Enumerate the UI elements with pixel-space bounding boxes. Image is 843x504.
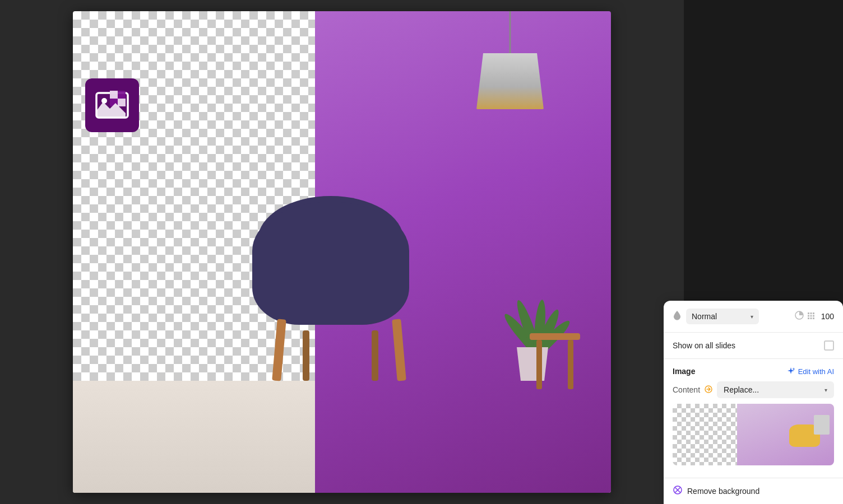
logo-icon (85, 78, 139, 132)
blend-mode-dropdown[interactable]: Normal ▾ (686, 309, 759, 324)
svg-rect-14 (813, 318, 814, 319)
edit-with-ai-label: Edit with AI (798, 367, 834, 376)
ai-sparkle-icon (786, 367, 795, 376)
show-all-slides-checkbox[interactable] (824, 340, 834, 351)
svg-point-1 (101, 98, 107, 104)
edit-with-ai-button[interactable]: Edit with AI (786, 367, 834, 376)
chair-leg (392, 319, 406, 381)
thumbnail-checker (673, 404, 745, 465)
table-leg (568, 340, 573, 389)
show-all-slides-label: Show on all slides (673, 341, 824, 350)
thumbnail-room (737, 404, 834, 465)
svg-rect-11 (813, 315, 814, 316)
content-link-icon (705, 385, 712, 395)
slide-container (73, 11, 611, 493)
remove-bg-icon (673, 485, 683, 497)
image-section: Image Edit with AI Content (664, 359, 843, 478)
chair-leg (303, 330, 309, 381)
svg-rect-9 (808, 315, 809, 316)
show-all-slides-row[interactable]: Show on all slides (664, 333, 843, 359)
blend-mode-label: Normal (692, 312, 717, 321)
chevron-down-icon: ▾ (751, 314, 753, 320)
svg-rect-4 (118, 99, 126, 106)
properties-panel: Normal ▾ (664, 301, 843, 504)
chair-body (252, 202, 409, 325)
svg-rect-8 (813, 312, 814, 314)
content-row: Content Replace... ▾ (673, 381, 834, 398)
side-table (530, 333, 580, 389)
svg-rect-7 (810, 312, 812, 314)
content-label: Content (673, 385, 700, 394)
chair-leg (372, 330, 378, 381)
grid-dots-icon (807, 312, 815, 321)
opacity-value: 100 (818, 312, 834, 321)
image-section-title: Image (673, 367, 695, 376)
chair-leg (272, 319, 286, 381)
canvas-area (0, 0, 684, 504)
svg-rect-10 (810, 315, 812, 316)
svg-rect-3 (110, 91, 118, 99)
thumbnail-chair-preview (785, 412, 830, 457)
svg-rect-6 (808, 312, 809, 314)
opacity-section: 100 (795, 311, 834, 322)
blend-mode-row: Normal ▾ (664, 301, 843, 333)
blend-mode-icon (673, 310, 682, 323)
pendant-lamp (476, 11, 544, 134)
svg-rect-12 (808, 318, 809, 319)
image-thumbnail[interactable] (673, 404, 834, 465)
chair[interactable] (230, 168, 443, 392)
replace-label: Replace... (724, 385, 821, 394)
image-section-header: Image Edit with AI (673, 367, 834, 376)
lamp-shade (476, 53, 544, 109)
remove-background-button[interactable]: Remove background (664, 478, 843, 504)
opacity-icon (795, 311, 804, 322)
replace-dropdown[interactable]: Replace... ▾ (717, 381, 834, 398)
remove-background-label: Remove background (687, 487, 759, 496)
chevron-down-icon: ▾ (825, 387, 827, 393)
lamp-cord (509, 11, 511, 56)
table-top (530, 333, 580, 340)
table-leg (536, 340, 542, 389)
svg-rect-13 (810, 318, 812, 319)
